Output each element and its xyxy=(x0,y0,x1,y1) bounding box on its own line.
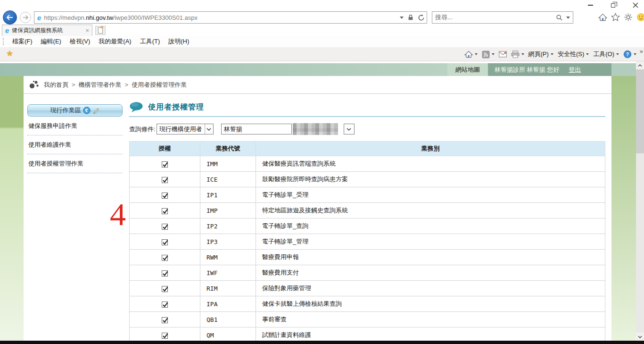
query-type-caret-icon[interactable] xyxy=(205,124,213,134)
authorization-checkbox[interactable] xyxy=(162,239,168,245)
scroll-up-button[interactable] xyxy=(636,61,644,69)
authorization-checkbox[interactable] xyxy=(162,193,168,199)
settings-gear-icon[interactable] xyxy=(623,12,633,22)
query-user-caret-icon[interactable] xyxy=(344,124,355,134)
table-row: ICE鼓勵醫療院所即時查詢病患方案 xyxy=(130,172,605,187)
authorization-checkbox[interactable] xyxy=(162,208,168,214)
url-prefix: https://medvpn. xyxy=(44,14,86,21)
authorization-checkbox[interactable] xyxy=(162,255,168,261)
menu-file[interactable]: 檔案(F) xyxy=(8,36,37,47)
sidebar-header-button[interactable]: 現行作業區 xyxy=(27,104,123,117)
business-code-cell: RIM xyxy=(200,281,256,296)
search-box[interactable]: 搜尋... xyxy=(432,11,573,24)
cmd-home-button[interactable] xyxy=(464,50,478,58)
cmd-page-button[interactable]: 網頁(P) xyxy=(528,50,553,59)
scroll-up-icon xyxy=(638,64,642,67)
menu-edit[interactable]: 編輯(E) xyxy=(37,36,66,47)
sitemap-link[interactable]: 網站地圖 xyxy=(447,63,488,76)
command-overflow-chevron[interactable]: » xyxy=(640,48,643,55)
scroll-down-button[interactable] xyxy=(636,333,644,341)
title-underline xyxy=(129,116,605,117)
search-icon[interactable] xyxy=(556,14,563,21)
table-row: RIM保險對象用藥管理 xyxy=(130,281,605,296)
forward-button[interactable] xyxy=(20,12,31,23)
authorization-checkbox[interactable] xyxy=(162,317,168,323)
cmd-help-button[interactable]: ? xyxy=(623,50,636,59)
authorize-cell xyxy=(130,203,200,218)
authorization-table: 授權 業務代號 業務別 IMM健保醫療資訊雲端查詢系統ICE鼓勵醫療院所即時查詢… xyxy=(129,141,605,341)
help-icon: ? xyxy=(623,50,632,59)
breadcrumb-level2[interactable]: 機構管理者作業 xyxy=(79,81,122,89)
redacted-user-id xyxy=(293,123,338,135)
authorization-checkbox[interactable] xyxy=(162,224,168,230)
cmd-tools-caret xyxy=(616,53,619,55)
column-header-business-code: 業務代號 xyxy=(200,142,256,156)
menu-tools[interactable]: 工具(T) xyxy=(136,36,165,47)
close-button[interactable] xyxy=(631,1,640,9)
sidebar-item-service-apply[interactable]: 健保服務申請作業 xyxy=(27,117,123,135)
cmd-print-button[interactable] xyxy=(511,50,524,58)
search-dropdown-caret[interactable] xyxy=(566,17,570,19)
breadcrumb: 我的首頁 > 機構管理者作業 > 使用者授權管理作業 xyxy=(24,76,611,94)
band-gradient xyxy=(0,63,447,76)
sidebar-item-user-authorization[interactable]: 使用者授權管理作業 xyxy=(27,154,123,173)
business-name-cell: 試辦計畫資料維護 xyxy=(256,327,605,341)
menu-grip xyxy=(3,38,4,45)
sidebar-item-user-maintain[interactable]: 使用者維護作業 xyxy=(27,135,123,154)
table-row: RWM醫療費用申報 xyxy=(130,250,605,265)
svg-text:?: ? xyxy=(626,52,629,57)
business-code-cell: IWF xyxy=(200,265,256,281)
menu-help[interactable]: 說明(H) xyxy=(164,36,193,47)
breadcrumb-level3[interactable]: 使用者授權管理作業 xyxy=(132,81,187,89)
navigation-bar: e https://medvpn.nhi.gov.tw/iwpe3000/IWP… xyxy=(0,10,644,25)
minimize-button[interactable] xyxy=(586,1,595,9)
authorization-checkbox[interactable] xyxy=(162,270,168,277)
home-icon[interactable] xyxy=(598,12,607,22)
breadcrumb-home[interactable]: 我的首頁 xyxy=(44,81,68,89)
query-user-box[interactable]: 林誓揚 xyxy=(221,124,292,134)
cmd-page-label: 網頁(P) xyxy=(528,50,549,59)
add-favorites-star-icon[interactable]: ★ xyxy=(6,50,13,58)
authorization-checkbox[interactable] xyxy=(162,333,168,339)
business-name-cell: 醫療費用申報 xyxy=(256,250,605,265)
query-condition-label: 查詢條件: xyxy=(129,125,156,134)
query-type-select[interactable]: 現行機構使用者 xyxy=(157,124,214,134)
user-greeting-area: 林誓揚診所 林誓揚 您好 登出 xyxy=(488,63,611,76)
menu-view[interactable]: 檢視(V) xyxy=(66,36,94,47)
scrollbar-thumb[interactable] xyxy=(636,69,644,153)
cmd-feeds-button[interactable] xyxy=(482,50,495,59)
cmd-tools-button[interactable]: 工具(O) xyxy=(593,50,619,59)
cmd-mail-button[interactable] xyxy=(499,51,507,58)
checkmark-icon xyxy=(162,317,169,324)
authorization-checkbox[interactable] xyxy=(162,286,168,292)
browser-tab[interactable]: e 健保資訊網服務系統 × xyxy=(2,25,92,36)
menu-favorites[interactable]: 我的最愛(A) xyxy=(94,36,135,47)
tab-close-icon[interactable]: × xyxy=(85,27,89,34)
vertical-scrollbar[interactable] xyxy=(636,61,644,341)
address-bar[interactable]: e https://medvpn.nhi.gov.tw/iwpe3000/IWP… xyxy=(34,11,427,24)
breadcrumb-dots-icon xyxy=(28,80,41,90)
authorization-checkbox[interactable] xyxy=(162,161,168,168)
checkmark-icon xyxy=(162,208,169,215)
back-button[interactable] xyxy=(3,10,17,25)
lock-icon xyxy=(407,14,414,21)
query-user-select[interactable]: 林誓揚 xyxy=(221,123,355,135)
address-dropdown-caret[interactable] xyxy=(400,17,404,19)
cmd-safety-button[interactable]: 安全性(S) xyxy=(558,50,589,59)
annotation-number: 4 xyxy=(110,198,126,230)
favorites-star-icon[interactable] xyxy=(611,12,620,22)
authorization-checkbox[interactable] xyxy=(162,302,168,308)
refresh-button[interactable] xyxy=(418,14,425,21)
logout-link[interactable]: 登出 xyxy=(569,66,581,74)
business-name-cell: 特定地區旅遊及接觸史查詢系統 xyxy=(256,203,605,218)
table-row: IWF醫療費用支付 xyxy=(130,265,605,281)
column-header-business-type: 業務別 xyxy=(256,142,605,156)
feedback-smiley-icon[interactable] xyxy=(636,12,644,22)
business-code-cell: IMP xyxy=(200,203,256,218)
new-tab-button[interactable]: ★ xyxy=(95,26,106,35)
cmd-home-icon xyxy=(464,50,473,58)
restore-icon xyxy=(611,3,615,8)
restore-button[interactable] xyxy=(608,1,618,9)
authorization-checkbox[interactable] xyxy=(162,177,168,183)
checkmark-icon xyxy=(162,332,169,339)
